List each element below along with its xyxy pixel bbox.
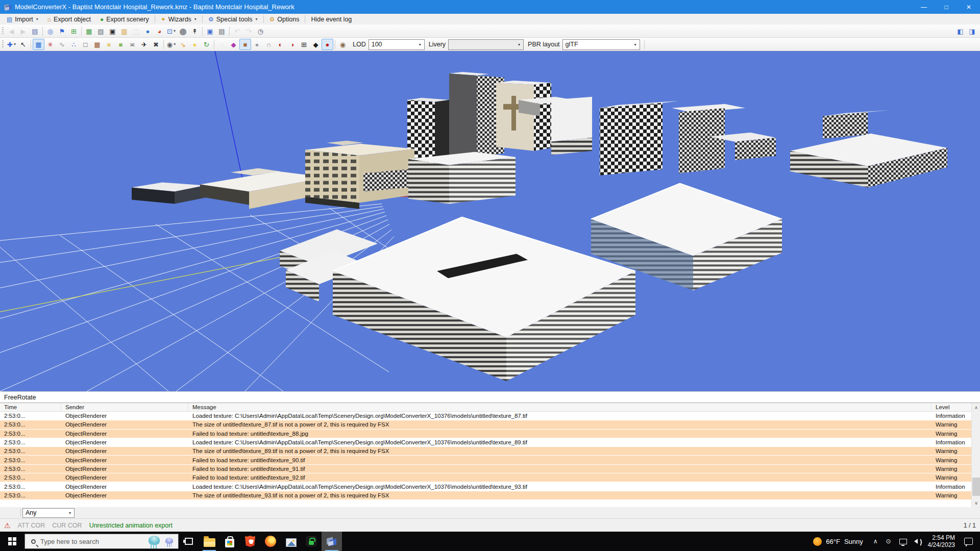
log-row[interactable]: 2:53:0...ObjectRendererFailed to load te… <box>0 465 971 473</box>
log-row[interactable]: 2:53:0...ObjectRendererFailed to load te… <box>0 473 971 482</box>
viewport-3d-scene[interactable] <box>0 51 980 391</box>
bone-tool-icon[interactable]: ∩ <box>263 39 275 50</box>
export-tool-icon[interactable]: ⊡▾ <box>165 26 177 37</box>
log-row[interactable]: 2:53:0...ObjectRendererLoaded texture: C… <box>0 482 971 491</box>
chevron-down-icon[interactable]: ▾ <box>416 40 424 49</box>
start-button[interactable] <box>0 532 24 551</box>
ground-poly-sand-icon[interactable]: ■ <box>103 39 115 50</box>
log-row[interactable]: 2:53:0...ObjectRendererFailed to load te… <box>0 456 971 464</box>
menu-item-special-tools[interactable]: ⚙Special tools▾ <box>204 14 262 24</box>
chevron-down-icon[interactable]: ▾ <box>631 40 640 49</box>
image-viewer-icon[interactable]: ▣ <box>204 26 216 37</box>
menu-item-options[interactable]: ⚙Options <box>265 14 304 24</box>
mipmap-red-a-icon[interactable]: ◐ <box>275 39 286 50</box>
vertex-grid-icon[interactable]: ⊞ <box>298 39 310 50</box>
dark-model-icon[interactable]: ◆ <box>310 39 322 50</box>
smooth-sphere-icon[interactable]: ● <box>251 39 263 50</box>
event-timer-icon[interactable]: ◷ <box>255 26 266 37</box>
textured-cube-icon[interactable]: ■ <box>239 39 251 50</box>
column-header-time[interactable]: Time <box>0 403 61 411</box>
grid-toggle-icon[interactable]: ▦ <box>33 39 44 50</box>
log-row[interactable]: 2:53:0...ObjectRendererFailed to load te… <box>0 430 971 438</box>
event-log-icon[interactable]: ▤ <box>29 26 41 37</box>
mipmap-red-b-icon[interactable]: ◑ <box>286 39 298 50</box>
brick-texture-icon[interactable]: ▦ <box>91 39 103 50</box>
pbr-layout-combobox[interactable]: glTF ▾ <box>562 39 640 50</box>
panel-layout-right-icon[interactable]: ◨ <box>966 26 978 37</box>
particles-tool-icon[interactable]: ∴ <box>68 39 80 50</box>
zoom-extents-icon[interactable]: ✚▾ <box>6 39 17 50</box>
axes-toggle-icon[interactable]: ✳ <box>44 39 56 50</box>
log-row[interactable]: 2:53:0...ObjectRendererLoaded texture: C… <box>0 438 971 447</box>
task-view-button[interactable] <box>179 532 199 551</box>
screenshot-camera-icon[interactable]: ◉▾ <box>165 39 177 50</box>
taskbar-clock[interactable]: 2:54 PM 4/24/2023 <box>923 534 960 548</box>
object-information-icon[interactable]: ▤ <box>216 26 228 37</box>
redo-icon[interactable]: ↷ <box>243 26 255 37</box>
panel-layout-left-icon[interactable]: ◧ <box>954 26 966 37</box>
chevron-down-icon[interactable]: ▾ <box>66 509 74 517</box>
merge-objects-icon[interactable]: ⬤ <box>177 26 189 37</box>
taskbar-app-photos[interactable] <box>281 532 301 551</box>
taskbar-app-firefox[interactable] <box>260 532 281 551</box>
event-log-scrollbar[interactable]: ∧ ∨ <box>971 403 980 507</box>
notification-center-icon[interactable] <box>964 538 973 545</box>
material-editor-icon[interactable]: ▨ <box>95 26 107 37</box>
nav-forward-icon[interactable]: ▶ <box>17 26 29 37</box>
tray-meet-now-icon[interactable]: ⊙ <box>882 538 895 545</box>
scroll-up-icon[interactable]: ∧ <box>972 403 980 412</box>
column-header-level[interactable]: Level <box>932 403 971 411</box>
crossed-arrows-icon[interactable]: ✖ <box>150 39 162 50</box>
lod-combobox[interactable]: 100 ▾ <box>369 39 425 50</box>
texture-browser-icon[interactable]: ▥ <box>118 26 130 37</box>
color-cube-icon[interactable]: ◆ <box>228 39 239 50</box>
taskbar-app-microsoft-store[interactable] <box>219 532 240 551</box>
ground-poly-grass-icon[interactable]: ■ <box>115 39 127 50</box>
taskbar-app-vpn[interactable] <box>301 532 322 551</box>
log-row[interactable]: 2:53:0...ObjectRendererThe size of untit… <box>0 447 971 456</box>
toolbar-grip[interactable] <box>2 27 4 35</box>
red-teapot-icon[interactable]: ● <box>322 39 333 50</box>
taskbar-app-brave[interactable] <box>240 532 260 551</box>
taskbar-app-file-explorer[interactable] <box>199 532 219 551</box>
scroll-down-icon[interactable]: ∨ <box>972 498 980 507</box>
volume-icon[interactable] <box>914 539 918 544</box>
weather-widget[interactable]: 66°F Sunny <box>807 532 869 551</box>
livery-combobox[interactable]: ▾ <box>448 39 524 50</box>
light-rays-icon[interactable]: ⇘ <box>177 39 189 50</box>
maximize-button[interactable]: □ <box>935 0 958 14</box>
tray-chevron-up-icon[interactable]: ∧ <box>869 538 882 545</box>
log-row[interactable]: 2:53:0...ObjectRendererThe size of untit… <box>0 420 971 429</box>
wireframe-toggle-icon[interactable]: □ <box>80 39 91 50</box>
menu-item-hide-event-log[interactable]: Hide event log <box>306 14 356 24</box>
zoom-to-object-icon[interactable]: ◎ <box>44 26 56 37</box>
eye-visibility-icon[interactable]: ◉ <box>337 39 349 50</box>
scrollbar-thumb[interactable] <box>972 478 980 496</box>
wireframe-globe-icon[interactable]: ◌ <box>216 39 228 50</box>
taskbar-app-modelconverterx[interactable] <box>322 532 342 551</box>
close-button[interactable]: ✕ <box>958 0 980 14</box>
menu-item-export-scenery[interactable]: ●Export scenery <box>95 14 154 24</box>
aircraft-model-icon[interactable]: ✈ <box>138 39 150 50</box>
log-row[interactable]: 2:53:0...ObjectRendererLoaded texture: C… <box>0 412 971 420</box>
chevron-down-icon[interactable]: ▾ <box>515 40 523 49</box>
scene-hierarchy-icon[interactable]: ⊞ <box>68 26 80 37</box>
menu-item-wizards[interactable]: ✦Wizards▾ <box>156 14 201 24</box>
light-bulb-icon[interactable]: ● <box>189 39 201 50</box>
menu-item-export-object[interactable]: ⌂Export object <box>43 14 95 24</box>
level-filter-combobox[interactable]: Any ▾ <box>22 508 75 518</box>
placemark-icon[interactable]: ⚑ <box>56 26 68 37</box>
log-row[interactable]: 2:53:0...ObjectRendererThe size of untit… <box>0 491 971 500</box>
nav-back-icon[interactable]: ◀ <box>6 26 17 37</box>
network-icon[interactable] <box>899 539 907 544</box>
attach-points-icon[interactable]: ≍ <box>127 39 138 50</box>
select-pointer-icon[interactable]: ↖ <box>17 39 29 50</box>
refresh-view-icon[interactable]: ↻ <box>201 39 212 50</box>
animation-tool-icon[interactable]: ↟ <box>189 26 201 37</box>
attach-tool-icon[interactable]: ∿ <box>56 39 68 50</box>
taskbar-search-input[interactable]: Type here to search <box>24 534 179 549</box>
modeldef-editor-icon[interactable]: ▣ <box>107 26 118 37</box>
menu-item-import[interactable]: ▤Import▾ <box>2 14 43 24</box>
column-header-message[interactable]: Message <box>188 403 932 411</box>
column-header-sender[interactable]: Sender <box>61 403 188 411</box>
